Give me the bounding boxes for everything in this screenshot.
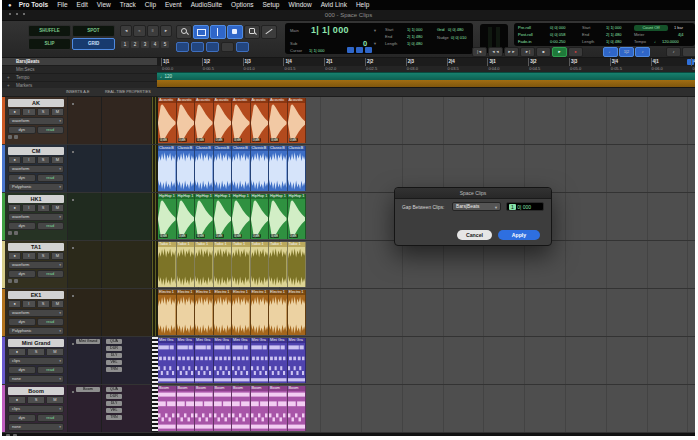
rewind-button[interactable]: ◄◄ <box>488 47 503 57</box>
markers-ruler[interactable] <box>157 80 695 87</box>
menu-avid-link[interactable]: Avid Link <box>321 0 347 10</box>
track-lane[interactable]: Acoustic0 dBAcoustic0 dBAcoustic0 dBAcou… <box>158 97 695 144</box>
menu-audiosuite[interactable]: AudioSuite <box>191 0 222 10</box>
audio-clip[interactable]: Acoustic0 dB <box>195 98 214 143</box>
ruler-row-bars-beats[interactable]: Bars|Beats <box>2 58 157 66</box>
zoom-out-icon[interactable]: ◄ <box>120 25 132 37</box>
count-off-value[interactable]: 1 bar <box>674 25 683 30</box>
midi-clip[interactable]: Boom <box>269 386 288 431</box>
record-enable-button[interactable]: ● <box>8 156 21 164</box>
grid-value-label[interactable]: Grid <box>437 27 445 32</box>
insert-slot[interactable] <box>72 295 74 297</box>
track-view-selector[interactable]: clips▾ <box>8 357 64 365</box>
audio-clip[interactable]: HipHop 10 dB <box>251 194 270 239</box>
transport-start-value[interactable]: 1| 1| 000 <box>606 25 621 30</box>
audio-clip[interactable]: Taiko 1 <box>251 242 270 287</box>
track-lane[interactable]: BoomBoomBoomBoomBoomBoomBoomBoom <box>158 385 695 432</box>
trim-tool-icon[interactable] <box>193 25 209 39</box>
input-monitor-button[interactable]: I <box>22 300 35 308</box>
bars-beats-ruler[interactable]: 1|11|21|31|42|12|22|32|43|13|23|33|44|14… <box>157 58 695 66</box>
zoom-in-icon[interactable]: ► <box>160 25 172 37</box>
fade-in-value[interactable]: 0:00.250 <box>550 39 566 44</box>
tab-to-transient-icon[interactable] <box>176 42 189 52</box>
dyn-selector[interactable]: dyn <box>8 270 36 278</box>
link-timeline-icon[interactable] <box>191 42 204 52</box>
dyn-selector[interactable]: dyn <box>8 318 36 326</box>
audio-clip[interactable]: Acoustic0 dB <box>214 98 233 143</box>
midi-clip[interactable]: Boom <box>177 386 196 431</box>
zoomer-tool-icon[interactable] <box>176 25 192 39</box>
menu-track[interactable]: Track <box>120 0 136 10</box>
midi-merge-button[interactable]: ♪ <box>635 47 650 57</box>
input-monitor-button[interactable]: I <box>22 252 35 260</box>
midi-clip[interactable]: Mini Gra <box>195 338 214 383</box>
audio-clip[interactable]: Taiko 1 <box>158 242 177 287</box>
dyn-selector[interactable]: dyn <box>8 174 36 182</box>
menu-setup[interactable]: Setup <box>263 0 280 10</box>
audio-clip[interactable]: HipHop 10 dB <box>232 194 251 239</box>
dyn-selector[interactable]: dyn <box>8 366 36 374</box>
automation-mode-selector[interactable]: read <box>37 318 65 326</box>
audio-clip[interactable]: Electro 1 <box>251 290 270 335</box>
audio-clip[interactable]: Electro 1 <box>269 290 288 335</box>
audio-clip[interactable]: Acoustic0 dB <box>158 98 177 143</box>
audio-clip[interactable]: Electro 1 <box>288 290 307 335</box>
spot-mode-button[interactable]: SPOT <box>72 25 115 37</box>
zoom-preset-2[interactable]: 2 <box>131 41 139 48</box>
shuffle-mode-button[interactable]: SHUFFLE <box>28 25 71 37</box>
ruler-row-min-secs[interactable]: Min:Secs <box>2 66 157 74</box>
midi-clip[interactable]: Mini Gra <box>232 338 251 383</box>
bottom-left-icon[interactable] <box>6 434 10 436</box>
track-view-selector[interactable]: waveform▾ <box>8 213 64 221</box>
audio-clip[interactable]: ClassicB <box>158 146 177 191</box>
menu-clip[interactable]: Clip <box>145 0 156 10</box>
apply-button[interactable]: Apply <box>498 230 540 240</box>
track-name[interactable]: AK <box>8 99 64 107</box>
audio-clip[interactable]: ClassicB <box>214 146 233 191</box>
insert-slot[interactable] <box>72 103 74 105</box>
mute-button[interactable]: M <box>51 204 64 212</box>
audio-clip[interactable]: Electro 1 <box>214 290 233 335</box>
audio-clip[interactable]: HipHop 10 dB <box>158 194 177 239</box>
insert-slot[interactable] <box>72 247 74 249</box>
mute-button[interactable]: M <box>51 300 64 308</box>
menu-event[interactable]: Event <box>165 0 182 10</box>
rtp-dur[interactable]: DUR <box>106 346 122 351</box>
pencil-grid-icon[interactable] <box>365 47 372 53</box>
conductor-button[interactable]: ♪ <box>666 47 681 57</box>
menu-pro-tools[interactable]: Pro Tools <box>19 0 49 10</box>
audio-clip[interactable]: HipHop 10 dB <box>177 194 196 239</box>
audio-clip[interactable]: Taiko 1 <box>177 242 196 287</box>
audio-clip[interactable]: ClassicB <box>269 146 288 191</box>
bottom-left-icon2[interactable] <box>13 434 17 436</box>
menu-help[interactable]: Help <box>356 0 369 10</box>
stop-button[interactable]: ■ <box>536 47 551 57</box>
midi-clip[interactable]: Boom <box>214 386 233 431</box>
solo-button[interactable]: S <box>27 396 45 404</box>
grid-snap-icon[interactable] <box>347 47 354 53</box>
cancel-button[interactable]: Cancel <box>457 230 492 240</box>
track-name[interactable]: Boom <box>8 387 64 395</box>
metronome-button[interactable]: ♩ <box>603 47 618 57</box>
elastic-audio-selector[interactable]: Polyphonic▾ <box>8 183 64 191</box>
scrubber-tool-icon[interactable] <box>244 25 260 39</box>
track-lane[interactable]: Mini GraMini GraMini GraMini GraMini Gra… <box>158 337 695 384</box>
rtp-trn[interactable]: TRN <box>106 415 122 420</box>
input-monitor-button[interactable]: I <box>22 108 35 116</box>
audio-clip[interactable]: Taiko 1 <box>195 242 214 287</box>
draw-grid-icon[interactable] <box>356 47 363 53</box>
midi-clip[interactable]: Mini Gra <box>158 338 177 383</box>
dyn-selector[interactable]: dyn <box>8 126 36 134</box>
audio-clip[interactable]: Taiko 1 <box>232 242 251 287</box>
pencil-tool-icon[interactable] <box>261 25 277 39</box>
patch-selector[interactable]: none▾ <box>8 375 64 383</box>
audio-clip[interactable]: Electro 1 <box>158 290 177 335</box>
audio-clip[interactable]: Acoustic0 dB <box>232 98 251 143</box>
record-enable-button[interactable]: ● <box>8 300 21 308</box>
track-view-selector[interactable]: clips▾ <box>8 405 64 413</box>
audio-clip[interactable]: ClassicB <box>251 146 270 191</box>
automation-follows-icon[interactable] <box>236 42 249 52</box>
track-view-selector[interactable]: waveform▾ <box>8 309 64 317</box>
midi-clip[interactable]: Mini Gra <box>251 338 270 383</box>
go-to-end-button[interactable]: ►| <box>520 47 535 57</box>
